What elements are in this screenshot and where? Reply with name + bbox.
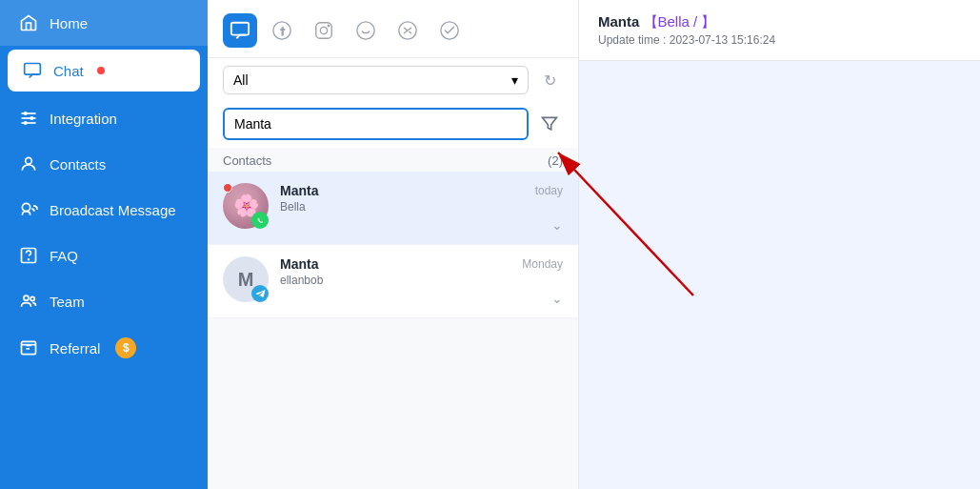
sidebar-item-chat[interactable]: Chat xyxy=(8,50,200,92)
contact-item-1[interactable]: 🌸 Manta today Bella ⌄ xyxy=(208,172,578,245)
chat-icon xyxy=(23,61,42,80)
contact-name-row-2: Manta Monday xyxy=(280,256,563,272)
update-label: Update time : xyxy=(598,33,666,47)
contact-chevron-2: ⌄ xyxy=(280,291,563,306)
channel-badge-telegram-2 xyxy=(251,285,269,302)
chevron-down-icon: ▾ xyxy=(511,72,518,88)
contacts-count: (2) xyxy=(548,153,563,168)
svg-rect-0 xyxy=(25,64,41,75)
sidebar-item-broadcast[interactable]: Broadcast Message xyxy=(0,187,208,233)
channel-telegram[interactable] xyxy=(432,13,467,48)
svg-point-7 xyxy=(26,157,32,164)
contact-time-2: Monday xyxy=(522,257,563,271)
channel-chat[interactable] xyxy=(223,13,257,48)
sidebar-item-integration-label: Integration xyxy=(50,111,117,127)
chevron-icon-2: ⌄ xyxy=(551,291,563,306)
search-input[interactable] xyxy=(234,116,517,132)
svg-point-17 xyxy=(320,27,327,33)
contact-display-name: Manta xyxy=(598,13,639,30)
contact-info-2: Manta Monday ellanbob ⌄ xyxy=(280,256,563,306)
svg-point-8 xyxy=(22,203,30,211)
referral-icon xyxy=(19,338,38,357)
refresh-button[interactable]: ↻ xyxy=(536,67,563,93)
online-indicator-1 xyxy=(223,183,232,193)
contact-info-1: Manta today Bella ⌄ xyxy=(280,183,563,233)
channel-icons-bar xyxy=(208,0,578,58)
search-bar xyxy=(208,102,578,148)
contact-time-1: today xyxy=(535,184,563,197)
svg-point-10 xyxy=(29,259,30,260)
integration-icon xyxy=(19,109,38,128)
channel-whatsapp[interactable] xyxy=(349,13,383,48)
svg-point-5 xyxy=(30,117,33,120)
sidebar-item-contacts[interactable]: Contacts xyxy=(0,141,208,187)
chevron-icon-1: ⌄ xyxy=(551,217,563,233)
avatar-wrap-2: M xyxy=(223,256,269,302)
contact-name-1: Manta xyxy=(280,183,318,198)
channel-badge-whatsapp-1 xyxy=(251,212,269,229)
sidebar-item-team[interactable]: Team xyxy=(0,278,208,324)
contacts-icon xyxy=(19,154,38,173)
contacts-section-label: Contacts xyxy=(223,153,271,168)
sidebar-item-referral-label: Referral xyxy=(50,340,100,357)
sidebar-item-home-label: Home xyxy=(50,15,88,31)
channel-facebook[interactable] xyxy=(265,13,299,48)
svg-point-19 xyxy=(357,22,374,39)
search-input-wrap xyxy=(223,108,529,140)
avatar-wrap-1: 🌸 xyxy=(223,183,269,229)
right-panel-subtitle: Update time : 2023-07-13 15:16:24 xyxy=(598,33,961,47)
sidebar-item-contacts-label: Contacts xyxy=(50,156,106,173)
channel-instagram[interactable] xyxy=(307,13,341,48)
filter-bar: All ▾ ↻ xyxy=(208,58,578,102)
contacts-header: Contacts (2) xyxy=(208,148,578,172)
filter-select[interactable]: All ▾ xyxy=(223,66,529,94)
svg-point-4 xyxy=(24,112,27,115)
contact-sub-2: ellanbob xyxy=(280,274,563,287)
svg-point-11 xyxy=(24,295,29,300)
broadcast-icon xyxy=(19,200,38,219)
referral-coin: $ xyxy=(115,337,136,358)
right-panel: Manta 【Bella / 】 Update time : 2023-07-1… xyxy=(579,0,980,489)
middle-panel: All ▾ ↻ Contacts (2) 🌸 xyxy=(208,0,579,489)
right-panel-header: Manta 【Bella / 】 Update time : 2023-07-1… xyxy=(579,0,980,61)
contact-sub-1: Bella xyxy=(280,200,563,214)
filter-selected-value: All xyxy=(233,72,249,88)
contact-item-2[interactable]: M Manta Monday ellanbob ⌄ xyxy=(208,245,578,318)
svg-rect-14 xyxy=(231,23,249,35)
sidebar-item-team-label: Team xyxy=(50,294,85,310)
svg-point-12 xyxy=(30,296,34,300)
right-panel-title: Manta 【Bella / 】 xyxy=(598,13,961,31)
chat-badge xyxy=(97,67,105,74)
contact-chevron-1: ⌄ xyxy=(280,217,563,233)
contact-name-row-1: Manta today xyxy=(280,183,563,198)
sidebar-item-faq-label: FAQ xyxy=(50,248,78,264)
sidebar-item-broadcast-label: Broadcast Message xyxy=(50,202,176,218)
faq-icon xyxy=(19,246,38,265)
sidebar: Home Chat Integration Contacts xyxy=(0,0,208,489)
channel-twitter[interactable] xyxy=(390,13,425,48)
svg-point-18 xyxy=(328,25,329,26)
sidebar-item-home[interactable]: Home xyxy=(0,0,208,46)
contact-bracket: 【Bella / 】 xyxy=(644,13,716,30)
svg-point-6 xyxy=(24,122,27,125)
sidebar-item-referral[interactable]: Referral $ xyxy=(0,324,208,372)
update-time: 2023-07-13 15:16:24 xyxy=(670,33,775,47)
sidebar-item-faq[interactable]: FAQ xyxy=(0,233,208,278)
sidebar-item-integration[interactable]: Integration xyxy=(0,95,208,141)
contact-name-2: Manta xyxy=(280,256,318,272)
sidebar-item-chat-label: Chat xyxy=(53,63,84,79)
filter-funnel-button[interactable] xyxy=(536,111,563,137)
home-icon xyxy=(19,13,38,32)
team-icon xyxy=(19,292,38,311)
